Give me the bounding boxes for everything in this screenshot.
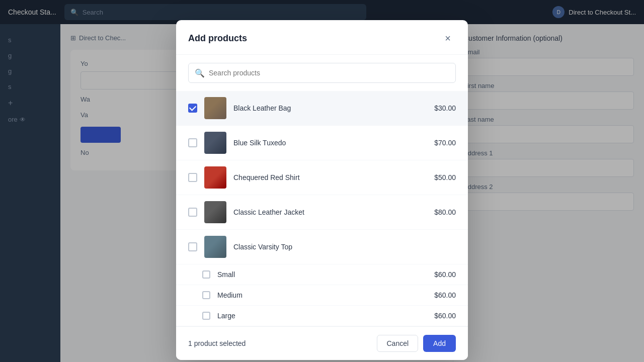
list-item[interactable]: Medium $60.00 <box>176 285 468 306</box>
product-name: Blue Silk Tuxedo <box>233 139 427 147</box>
add-products-modal: Add products × 🔍 Black Leather Bag $30.0… <box>176 20 468 360</box>
variant-name: Medium <box>217 291 427 299</box>
product-name: Classic Leather Jacket <box>233 208 427 216</box>
list-item[interactable]: Blue Silk Tuxedo $70.00 <box>176 126 468 160</box>
variant-price: $60.00 <box>434 312 456 320</box>
variant-name: Large <box>217 312 427 320</box>
modal-footer: 1 product selected Cancel Add <box>176 326 468 360</box>
product-price: $70.00 <box>434 139 456 147</box>
list-item[interactable]: Chequered Red Shirt $50.00 <box>176 160 468 195</box>
variant-price: $60.00 <box>434 270 456 279</box>
variant-checkbox-medium[interactable] <box>202 291 210 299</box>
variant-name: Small <box>217 270 427 279</box>
product-name: Chequered Red Shirt <box>233 173 427 182</box>
modal-title: Add products <box>188 33 247 44</box>
modal-close-button[interactable]: × <box>440 30 456 46</box>
modal-overlay: Add products × 🔍 Black Leather Bag $30.0… <box>0 0 644 362</box>
product-price: $80.00 <box>434 208 456 216</box>
product-checkbox-classic-leather-jacket[interactable] <box>188 208 197 217</box>
list-item[interactable]: Classic Varsity Top <box>176 230 468 264</box>
product-thumbnail <box>204 97 226 119</box>
product-name: Black Leather Bag <box>233 104 427 112</box>
product-thumbnail <box>204 201 226 223</box>
variant-checkbox-large[interactable] <box>202 312 210 320</box>
list-item[interactable]: Large $60.00 <box>176 306 468 326</box>
product-checkbox-chequered-red-shirt[interactable] <box>188 173 197 182</box>
list-item[interactable]: Small $60.00 <box>176 264 468 285</box>
search-input[interactable] <box>209 69 449 77</box>
product-price: $50.00 <box>434 173 456 182</box>
product-name: Classic Varsity Top <box>233 243 449 251</box>
list-item[interactable]: Classic Leather Jacket $80.00 <box>176 195 468 230</box>
selected-count: 1 product selected <box>188 339 246 347</box>
variant-checkbox-small[interactable] <box>202 270 210 279</box>
product-list: Black Leather Bag $30.00 Blue Silk Tuxed… <box>176 91 468 326</box>
cancel-button[interactable]: Cancel <box>377 335 418 352</box>
modal-header: Add products × <box>176 20 468 55</box>
modal-search-area: 🔍 <box>176 55 468 91</box>
product-search-wrap[interactable]: 🔍 <box>188 63 456 83</box>
search-icon: 🔍 <box>195 68 205 78</box>
product-thumbnail <box>204 236 226 258</box>
variant-price: $60.00 <box>434 291 456 299</box>
product-thumbnail <box>204 166 226 189</box>
product-price: $30.00 <box>434 104 456 112</box>
product-checkbox-black-leather-bag[interactable] <box>188 104 197 113</box>
product-thumbnail <box>204 132 226 154</box>
product-checkbox-blue-silk-tuxedo[interactable] <box>188 138 197 147</box>
list-item[interactable]: Black Leather Bag $30.00 <box>176 91 468 126</box>
footer-buttons: Cancel Add <box>377 335 456 352</box>
product-checkbox-classic-varsity-top[interactable] <box>188 242 197 251</box>
add-button[interactable]: Add <box>423 335 456 352</box>
